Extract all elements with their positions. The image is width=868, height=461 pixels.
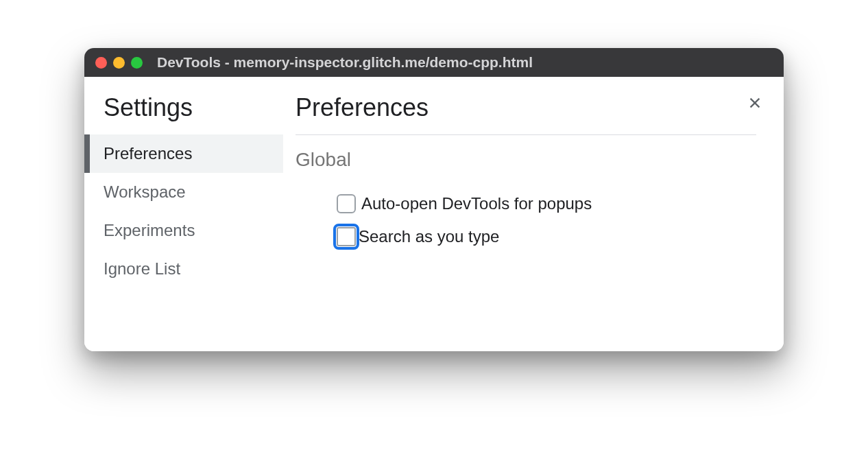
sidebar-item-label: Workspace xyxy=(104,182,186,201)
window-title: DevTools - memory-inspector.glitch.me/de… xyxy=(157,54,533,71)
option-row-search-as-you-type: Search as you type xyxy=(296,220,756,253)
close-icon xyxy=(747,95,762,110)
titlebar: DevTools - memory-inspector.glitch.me/de… xyxy=(84,48,784,77)
settings-sidebar: Settings Preferences Workspace Experimen… xyxy=(84,77,283,351)
window-minimize-button[interactable] xyxy=(113,57,125,69)
window-close-button[interactable] xyxy=(95,57,107,69)
close-button[interactable] xyxy=(745,93,764,113)
option-row-auto-open: Auto-open DevTools for popups xyxy=(296,187,756,220)
sidebar-item-experiments[interactable]: Experiments xyxy=(84,211,283,250)
window-maximize-button[interactable] xyxy=(131,57,143,69)
sidebar-item-ignore-list[interactable]: Ignore List xyxy=(84,250,283,288)
option-label[interactable]: Search as you type xyxy=(359,227,499,246)
sidebar-title: Settings xyxy=(84,93,283,134)
main-title: Preferences xyxy=(296,93,756,135)
section-title: Global xyxy=(296,149,756,171)
sidebar-item-preferences[interactable]: Preferences xyxy=(84,134,283,173)
checkbox-search-as-you-type[interactable] xyxy=(337,227,356,246)
settings-content: Settings Preferences Workspace Experimen… xyxy=(84,77,784,351)
option-label[interactable]: Auto-open DevTools for popups xyxy=(361,194,592,213)
sidebar-item-workspace[interactable]: Workspace xyxy=(84,173,283,211)
devtools-window: DevTools - memory-inspector.glitch.me/de… xyxy=(84,48,784,351)
settings-main: Preferences Global Auto-open DevTools fo… xyxy=(283,77,784,351)
sidebar-item-label: Ignore List xyxy=(104,259,180,278)
checkbox-auto-open[interactable] xyxy=(337,194,356,213)
sidebar-item-label: Preferences xyxy=(104,144,192,163)
sidebar-item-label: Experiments xyxy=(104,221,195,239)
